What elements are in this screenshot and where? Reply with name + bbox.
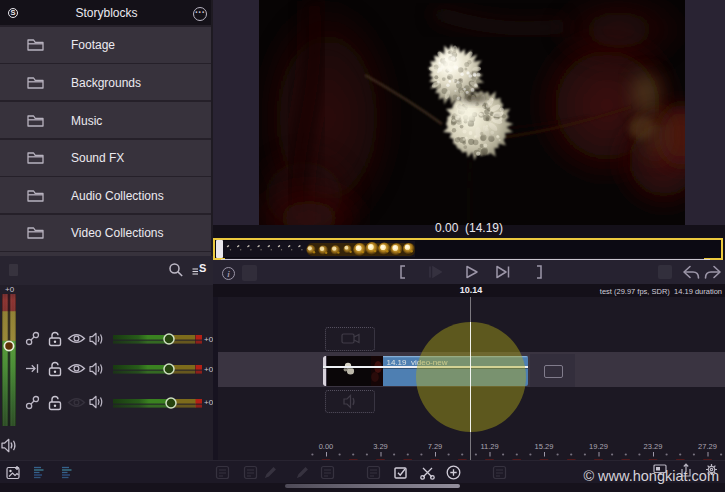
svg-text:S: S (199, 262, 206, 274)
